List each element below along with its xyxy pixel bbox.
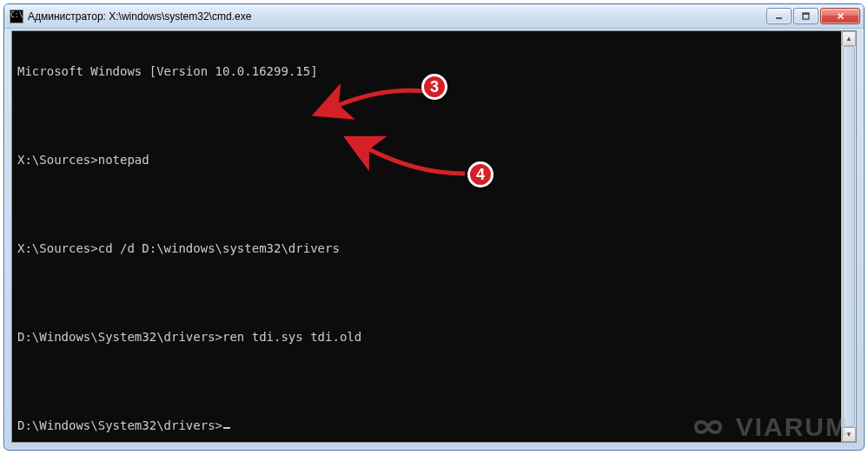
vertical-scrollbar[interactable]: ▲ ▼ — [841, 31, 856, 442]
terminal-line: D:\Windows\System32\drivers>ren tdi.sys … — [17, 330, 836, 345]
cmd-icon: C:\ — [10, 10, 23, 23]
callout-badge: 4 — [467, 161, 494, 188]
callout-badge: 3 — [421, 74, 447, 100]
minimize-button[interactable] — [766, 8, 792, 24]
scroll-thumb[interactable] — [843, 46, 855, 427]
terminal-line — [17, 374, 836, 389]
terminal-line — [17, 197, 836, 212]
window-title: Администратор: X:\windows\system32\cmd.e… — [28, 10, 766, 23]
terminal-line: X:\Sources>cd /d D:\windows\system32\dri… — [17, 241, 836, 256]
cmd-window: C:\ Администратор: X:\windows\system32\c… — [3, 3, 865, 451]
annotation-arrow — [330, 81, 434, 115]
close-button[interactable] — [820, 8, 860, 24]
scroll-track[interactable] — [842, 46, 856, 427]
maximize-button[interactable] — [793, 8, 818, 24]
cursor-icon — [223, 427, 230, 429]
infinity-icon — [686, 414, 731, 440]
annotation-arrow — [361, 141, 474, 184]
watermark: VIARUM — [686, 412, 849, 442]
scroll-up-icon[interactable]: ▲ — [842, 31, 856, 46]
titlebar[interactable]: C:\ Администратор: X:\windows\system32\c… — [4, 4, 864, 29]
terminal-line — [17, 286, 836, 300]
